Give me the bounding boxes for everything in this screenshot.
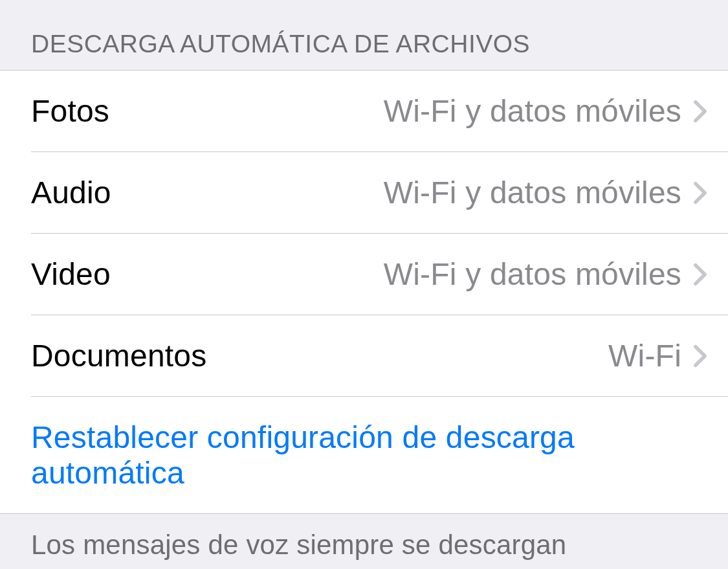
row-fotos-value: Wi-Fi y datos móviles (384, 93, 681, 129)
row-fotos-label: Fotos (31, 93, 384, 129)
chevron-right-icon (693, 100, 707, 123)
row-video-label: Video (31, 256, 384, 292)
chevron-right-icon (693, 263, 707, 286)
chevron-right-icon (693, 181, 707, 205)
row-documentos-value: Wi-Fi (608, 338, 681, 374)
row-audio[interactable]: Audio Wi-Fi y datos móviles (31, 152, 728, 234)
row-audio-value: Wi-Fi y datos móviles (384, 175, 681, 210)
chevron-right-icon (693, 344, 707, 368)
row-video-value: Wi-Fi y datos móviles (384, 256, 681, 292)
row-video[interactable]: Video Wi-Fi y datos móviles (31, 234, 728, 315)
row-audio-label: Audio (31, 175, 384, 210)
section-footer-text: Los mensajes de voz siempre se descargan… (0, 514, 728, 569)
section-header-title: Descarga automática de archivos (0, 0, 728, 70)
reset-label: Restablecer configuración de descarga au… (31, 419, 707, 491)
settings-list: Fotos Wi-Fi y datos móviles Audio Wi-Fi … (0, 70, 728, 514)
row-documentos[interactable]: Documentos Wi-Fi (31, 315, 728, 397)
reset-auto-download-button[interactable]: Restablecer configuración de descarga au… (31, 397, 728, 513)
row-documentos-label: Documentos (31, 338, 608, 374)
row-fotos[interactable]: Fotos Wi-Fi y datos móviles (31, 71, 728, 152)
